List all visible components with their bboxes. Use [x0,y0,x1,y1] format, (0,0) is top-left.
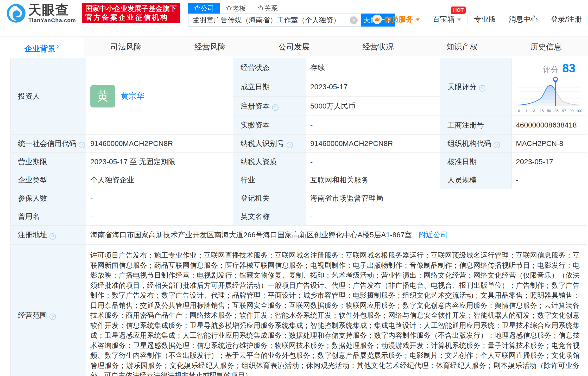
help-icon[interactable]: ? [49,314,56,320]
brand-domain: TianYanCha.com [28,17,76,23]
status-label: 经营状态 [233,58,306,77]
nav-vip-services[interactable]: 会员服务 [366,14,426,24]
score-distribution-chart: 0 1 3 15 50 85 97 99 100 [516,76,582,114]
english-name-label: 英文名称 [233,207,306,226]
established-value: 2023-05-17 [306,77,440,97]
score-value: 83 [562,61,576,75]
taxpayer-id-value: 91460000MACH2PCN8R [306,135,440,153]
search-input[interactable] [188,14,361,26]
business-term-label: 营业期限 [11,153,86,171]
investor-label: 投资人 [11,58,86,135]
tab-count-sup: 2 [57,44,60,49]
insured-count-value: - [86,189,233,207]
paid-capital-value: - [306,116,440,135]
investor-name-link[interactable]: 黄宗华 [121,91,144,101]
paid-capital-label: 实缴资本 [233,116,306,135]
tab-history-info[interactable]: 历史信息 [504,37,588,56]
nav-vip-label: 会员服务 [384,14,413,24]
help-icon[interactable]: ? [272,104,279,111]
tab-judicial-risk[interactable]: 司法风险 [84,37,168,56]
chevron-down-icon [457,18,461,21]
search-tab-boss[interactable]: 查老板 [220,3,252,14]
approval-date-value: 2023-05-17 [512,153,587,171]
svg-text:3: 3 [533,109,535,113]
staff-size-label: 人员规模 [440,171,512,189]
nav-login-label: 登录/注册 [551,14,582,24]
industry-value: 互联网和相关服务 [306,171,440,189]
tab-company-background[interactable]: 企业背景2 [0,37,84,56]
staff-size-value: - [512,171,587,189]
tianyan-score-cell: 评分 83 [512,58,587,116]
org-code-value: MACH2PCN-8 [512,135,587,153]
top-nav: 会员服务 HOT 百宝箱 专业版 消息中心 登录/注册 [366,14,588,25]
company-info-table: 投资人 黄 黄宗华 经营状态 存续 天眼评分? 评分 83 [10,58,587,376]
address-text: 海南省海口市国家高新技术产业开发区南海大道266号海口国家高新区创业孵化中心A楼… [90,231,412,239]
search-tab-relation[interactable]: 查关系 [252,3,283,14]
brand-name: 天眼查 [28,3,76,17]
search-block: 查公司 查老板 查关系 × 天眼一下 [188,3,395,27]
help-icon[interactable]: ? [79,142,85,148]
taxpayer-id-label: 纳税人识别号? [233,135,306,153]
header: 天眼查 TianYanCha.com 国家中小企业发展子基金旗下 官方备案企业征… [0,0,588,27]
section-tab-strip: 企业背景2 司法风险 经营风险 公司发展 经营状况 知识产权 历史信息 [0,36,588,56]
score-axis-ticks: 0 1 3 15 50 85 97 99 100 [518,109,582,113]
company-type-value: 个人独资企业 [86,171,233,189]
industry-label: 行业 [233,171,306,189]
registry-value: 海南省市场监督管理局 [306,189,587,207]
tab-intellectual-property[interactable]: 知识产权 [420,37,504,56]
tianyan-score-label: 天眼评分? [440,58,512,116]
gov-certification-badge: 国家中小企业发展子基金旗下 官方备案企业征信机构 [82,3,180,23]
nav-toolbox[interactable]: HOT 百宝箱 [426,14,467,24]
logo-text: 天眼查 TianYanCha.com [28,3,76,23]
company-type-label: 企业类型 [11,171,86,189]
nav-message-center[interactable]: 消息中心 [502,14,544,24]
search-tab-company[interactable]: 查公司 [188,3,220,14]
insured-count-label: 参保人数 [11,189,86,207]
svg-text:100: 100 [576,109,582,113]
business-scope-label: 经营范围? [11,245,86,376]
crown-icon [372,15,382,24]
nav-pro-version[interactable]: 专业版 [468,14,502,24]
address-label: 注册地址? [11,226,86,245]
business-scope-value: 许可项目广告发布；施工专业作业；互联网直播技术服务；互联网域名注册服务；互联网域… [86,245,587,376]
reg-capital-label: 注册资本? [233,97,306,116]
svg-text:97: 97 [562,109,566,113]
nav-pro-label: 专业版 [474,14,496,24]
hot-badge: HOT [451,7,466,14]
org-code-label: 组织机构代码? [440,135,512,153]
svg-text:0: 0 [518,109,520,113]
tab-label: 司法风险 [110,42,142,51]
chevron-down-icon [416,18,420,21]
tab-operating-status[interactable]: 经营状况 [336,37,420,56]
gov-badge-line1: 国家中小企业发展子基金旗下 [85,4,177,13]
investor-cell: 黄 黄宗华 [86,58,233,135]
tab-operating-risk[interactable]: 经营风险 [168,37,252,56]
tab-label: 公司发展 [279,42,310,51]
tab-label: 历史信息 [530,42,562,51]
nav-messages-label: 消息中心 [509,14,538,24]
taxpayer-quali-label: 纳税人资质 [233,153,306,171]
gov-badge-line2: 官方备案企业征信机构 [85,13,177,22]
english-name-value: - [306,207,587,226]
help-icon[interactable]: ? [479,85,485,92]
help-icon[interactable]: ? [287,142,293,148]
nav-login-register[interactable]: 登录/注册 [544,14,588,24]
clear-search-icon[interactable]: × [350,16,358,24]
investor-avatar[interactable]: 黄 [90,85,115,107]
tianyancha-logo[interactable]: 天眼查 TianYanCha.com [7,3,76,23]
reg-number-value: 460000008638418 [512,116,587,135]
tab-label: 经营风险 [194,42,226,51]
address-value: 海南省海口市国家高新技术产业开发区南海大道266号海口国家高新区创业孵化中心A楼… [86,226,587,245]
tianyancha-eye-icon [7,4,26,23]
nearby-companies-link[interactable]: 附近公司 [419,231,448,239]
established-label: 成立日期 [233,77,306,97]
tab-company-development[interactable]: 公司发展 [252,37,336,56]
svg-text:15: 15 [540,109,544,113]
credit-code-label: 统一社会信用代码? [11,135,86,153]
taxpayer-quali-value: - [306,153,440,171]
help-icon[interactable]: ? [49,233,56,240]
help-icon[interactable]: ? [494,142,500,148]
search-tabs: 查公司 查老板 查关系 [188,3,395,14]
former-name-value: - [86,207,233,226]
tab-label: 知识产权 [446,42,478,51]
